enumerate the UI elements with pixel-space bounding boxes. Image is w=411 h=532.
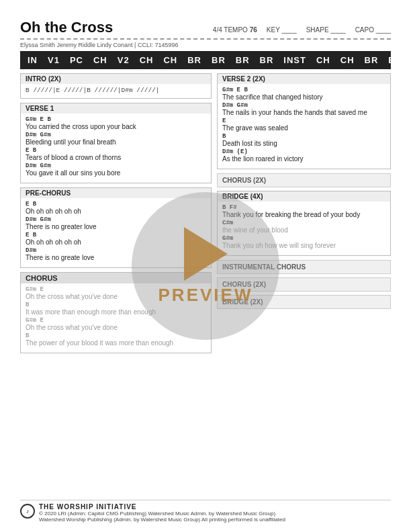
nav-ch5[interactable]: CH xyxy=(337,54,358,66)
v1-chord-3: E B xyxy=(26,147,206,154)
br-chord-2: C#m xyxy=(222,220,385,226)
nav-ch1[interactable]: CH xyxy=(90,54,111,66)
ch-lyric-1: Oh the cross what you've done xyxy=(26,293,206,300)
nav-br4[interactable]: BR xyxy=(257,54,277,66)
pre-chorus-header: PRE-CHORUS xyxy=(21,188,211,198)
v1-lyric-1: You carried the cross upon your back xyxy=(26,123,206,130)
nav-br5[interactable]: BR xyxy=(361,54,382,66)
ch-chord-4: B xyxy=(26,332,206,339)
verse1-header: VERSE 1 xyxy=(21,103,211,114)
v2-chord-3: E xyxy=(222,118,385,124)
main-columns: INTRO (2X) B /////|E /////|B //////|D#m … xyxy=(20,73,391,357)
footer-logo: ♪ xyxy=(20,504,35,519)
nav-br6[interactable]: BR xyxy=(385,54,406,66)
pre-chorus-section: PRE-CHORUS E B Oh oh oh oh oh oh D#m G#m… xyxy=(20,187,212,268)
v2-chord-1: G#m E B xyxy=(222,87,385,93)
br-chord-1: B F# xyxy=(222,204,385,211)
pc-lyric-3: Oh oh oh oh oh oh xyxy=(26,238,206,246)
v2-lyric-2: The nails in your hands the hands that s… xyxy=(222,109,385,116)
pc-chord-4: D#m xyxy=(26,247,206,254)
capo-label: CAPO ____ xyxy=(355,26,391,34)
v1-chord-2: D#m G#m xyxy=(26,132,206,138)
right-column: VERSE 2 (2X) G#m E B The sacrifice that … xyxy=(217,73,391,357)
chorus-right-placeholder: CHORUS (2X) xyxy=(217,173,391,187)
v2-lyric-5: As the lion roared in victory xyxy=(222,155,385,163)
bridge-2x-placeholder: BRIDGE (2X) xyxy=(217,295,391,309)
br-lyric-2: the wine of your blood xyxy=(222,226,385,234)
ch-lyric-2: It was more than enough more than enough xyxy=(26,308,206,316)
intro-header: INTRO (2X) xyxy=(21,74,211,84)
v2-lyric-4: Death lost its sting xyxy=(222,140,385,147)
v1-lyric-3: Tears of blood a crown of thorns xyxy=(26,154,206,161)
nav-ch3[interactable]: CH xyxy=(160,54,181,66)
header-row: Oh the Cross 4/4 TEMPO 76 KEY ____ SHAPE… xyxy=(20,19,391,36)
ch-lyric-4: The power of your blood it was more than… xyxy=(26,339,206,347)
song-title: Oh the Cross xyxy=(20,19,113,36)
chorus-left-section: CHORUS G#m E Oh the cross what you've do… xyxy=(20,272,212,353)
nav-v2[interactable]: V2 xyxy=(114,54,133,66)
nav-br3[interactable]: BR xyxy=(232,54,253,66)
v2-lyric-1: The sacrifice that changed history xyxy=(222,93,385,101)
pc-lyric-2: There is no greater love xyxy=(26,223,206,230)
v2-chord-5: D#m (E) xyxy=(222,148,385,155)
shape-label: SHAPE ____ xyxy=(306,26,346,34)
v1-chord-1: G#m E B xyxy=(26,116,206,123)
pc-chord-3: E B xyxy=(26,232,206,238)
nav-pc[interactable]: PC xyxy=(66,54,87,66)
pc-lyric-4: There is no greate love xyxy=(26,254,206,261)
br-lyric-3: Thank you oh how we will sing forever xyxy=(222,242,385,249)
bridge-header: BRIDGE (4X) xyxy=(218,191,390,202)
pc-block: E B Oh oh oh oh oh oh D#m G#m There is n… xyxy=(26,201,206,261)
pc-chord-1: E B xyxy=(26,201,206,208)
verse2-block: G#m E B The sacrifice that changed histo… xyxy=(222,87,385,163)
v1-lyric-4: You gave it all our sins you bore xyxy=(26,169,206,177)
chorus-2x-placeholder: CHORUS (2X) xyxy=(217,277,391,292)
footer-copyright1: © 2020 LRI (Admin: Capitol CMG Publishin… xyxy=(39,511,285,517)
chorus-left-block: G#m E Oh the cross what you've done B It… xyxy=(26,286,206,347)
nav-in[interactable]: IN xyxy=(24,54,41,66)
bridge-block: B F# Thank you for breaking the bread of… xyxy=(222,204,385,249)
verse1-section: VERSE 1 G#m E B You carried the cross up… xyxy=(20,103,212,183)
ch-chord-3: G#m E xyxy=(26,317,206,324)
instrumental-chorus-placeholder: INSTRUMENTAL CHORUS xyxy=(217,260,391,274)
nav-inst[interactable]: INST xyxy=(280,54,310,66)
nav-v1[interactable]: V1 xyxy=(44,54,63,66)
footer-brand: THE WORSHIP INITIATIVE xyxy=(39,503,285,511)
ch-chord-1: G#m E xyxy=(26,286,206,293)
v1-lyric-2: Bleeding until your final breath xyxy=(26,138,206,146)
pc-lyric-1: Oh oh oh oh oh oh xyxy=(26,208,206,215)
v2-lyric-3: The grave was sealed xyxy=(222,124,385,132)
pc-chord-2: D#m G#m xyxy=(26,216,206,223)
nav-ch4[interactable]: CH xyxy=(313,54,334,66)
nav-br1[interactable]: BR xyxy=(184,54,205,66)
intro-section: INTRO (2X) B /////|E /////|B //////|D#m … xyxy=(20,73,212,99)
ch-chord-2: B xyxy=(26,302,206,308)
nav-br2[interactable]: BR xyxy=(208,54,229,66)
divider-line xyxy=(20,38,391,40)
br-chord-3: G#m xyxy=(222,235,385,242)
page: Oh the Cross 4/4 TEMPO 76 KEY ____ SHAPE… xyxy=(0,0,411,532)
verse1-block: G#m E B You carried the cross upon your … xyxy=(26,116,206,177)
v1-chord-4: D#m G#m xyxy=(26,163,206,169)
footer: ♪ THE WORSHIP INITIATIVE © 2020 LRI (Adm… xyxy=(20,500,391,523)
nav-bar: IN V1 PC CH V2 CH CH BR BR BR BR INST CH… xyxy=(20,51,391,69)
v2-chord-4: B xyxy=(222,133,385,140)
nav-ch2[interactable]: CH xyxy=(136,54,157,66)
intro-chords: B /////|E /////|B //////|D#m /////| xyxy=(26,87,206,94)
left-column: INTRO (2X) B /////|E /////|B //////|D#m … xyxy=(20,73,212,357)
header-meta: 4/4 TEMPO 76 KEY ____ SHAPE ____ CAPO __… xyxy=(213,26,391,34)
br-lyric-1: Thank you for breaking the bread of your… xyxy=(222,211,385,218)
verse2-section: VERSE 2 (2X) G#m E B The sacrifice that … xyxy=(217,73,391,169)
tempo-label: 4/4 TEMPO 76 xyxy=(213,26,257,34)
bridge-section: BRIDGE (4X) B F# Thank you for breaking … xyxy=(217,191,391,256)
v2-chord-2: D#m G#m xyxy=(222,102,385,109)
ch-lyric-3: Oh the cross what you've done xyxy=(26,324,206,331)
verse2-header: VERSE 2 (2X) xyxy=(218,74,390,84)
authors: Elyssa Smith Jeremy Riddle Lindy Conant … xyxy=(20,42,391,48)
key-label: KEY ____ xyxy=(267,26,297,34)
footer-info: THE WORSHIP INITIATIVE © 2020 LRI (Admin… xyxy=(39,503,285,523)
footer-copyright2: Watershed Worship Publishing (Admin. by … xyxy=(39,517,285,523)
chorus-left-header: CHORUS xyxy=(21,273,211,283)
